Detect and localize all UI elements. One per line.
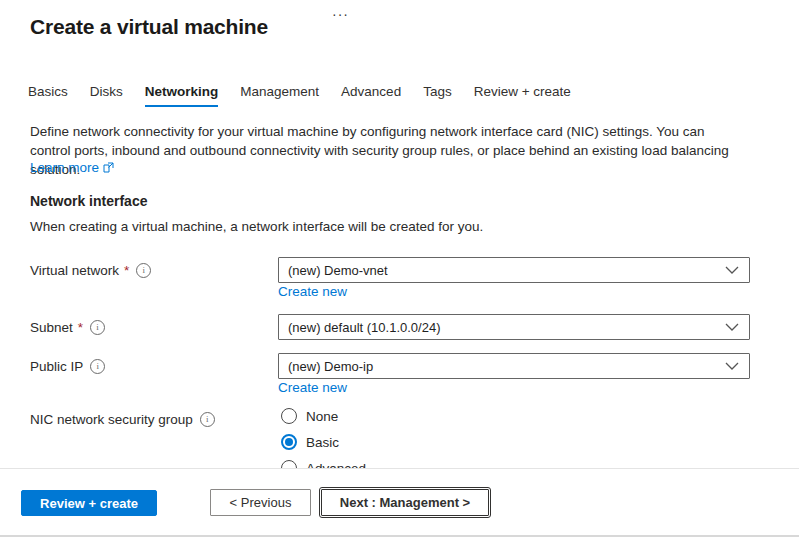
virtual-network-select[interactable]: (new) Demo-vnet [278,257,750,283]
wizard-footer: Review + create < Previous Next : Manage… [0,468,799,537]
subnet-label: Subnet [30,320,73,335]
info-icon[interactable] [90,359,105,374]
page-title: Create a virtual machine [30,15,268,39]
network-interface-heading: Network interface [30,193,147,209]
subnet-select[interactable]: (new) default (10.1.0.0/24) [278,314,750,340]
learn-more-label: Learn more [30,160,99,175]
public-ip-value: (new) Demo-ip [288,359,373,374]
create-vm-page: Create a virtual machine ··· Basics Disk… [0,0,799,542]
public-ip-select[interactable]: (new) Demo-ip [278,353,750,379]
tab-advanced[interactable]: Advanced [341,84,401,107]
learn-more-link[interactable]: Learn more [30,160,114,175]
next-management-button[interactable]: Next : Management > [321,489,489,516]
chevron-down-icon [725,323,739,332]
chevron-down-icon [725,362,739,371]
more-options-button[interactable]: ··· [328,4,353,24]
tab-networking[interactable]: Networking [145,84,219,107]
virtual-network-create-new-link[interactable]: Create new [278,284,347,299]
public-ip-create-new-link[interactable]: Create new [278,380,347,395]
wizard-tabs: Basics Disks Networking Management Advan… [28,84,571,107]
info-icon[interactable] [136,263,151,278]
radio-option-none-label: None [306,409,338,424]
tab-review-create[interactable]: Review + create [474,84,571,107]
network-interface-subtext: When creating a virtual machine, a netwo… [30,219,483,234]
virtual-network-label: Virtual network [30,263,119,278]
radio-option-advanced-label: Advanced [306,461,366,469]
public-ip-label-row: Public IP [30,357,105,375]
subnet-label-row: Subnet * [30,318,105,336]
radio-option-none[interactable]: None [281,407,338,425]
info-icon[interactable] [200,412,215,427]
review-create-button[interactable]: Review + create [21,490,157,516]
tab-basics[interactable]: Basics [28,84,68,107]
required-marker: * [124,263,129,278]
radio-option-advanced[interactable]: Advanced [281,459,366,468]
radio-icon [281,460,297,468]
radio-option-basic[interactable]: Basic [281,433,339,451]
previous-button[interactable]: < Previous [210,489,311,516]
radio-icon [281,408,297,424]
tab-tags[interactable]: Tags [423,84,452,107]
radio-selected-icon [281,434,297,450]
virtual-network-label-row: Virtual network * [30,261,151,279]
tab-management[interactable]: Management [240,84,319,107]
virtual-network-value: (new) Demo-vnet [288,263,388,278]
radio-option-basic-label: Basic [306,435,339,450]
required-marker: * [78,320,83,335]
subnet-value: (new) default (10.1.0.0/24) [288,320,440,335]
external-link-icon [103,162,114,173]
page-content: Create a virtual machine ··· Basics Disk… [0,0,799,468]
nic-nsg-label: NIC network security group [30,412,193,427]
public-ip-label: Public IP [30,359,83,374]
networking-description: Define network connectivity for your vir… [30,122,732,179]
tab-disks[interactable]: Disks [90,84,123,107]
chevron-down-icon [725,266,739,275]
info-icon[interactable] [90,320,105,335]
nic-nsg-label-row: NIC network security group [30,410,215,428]
